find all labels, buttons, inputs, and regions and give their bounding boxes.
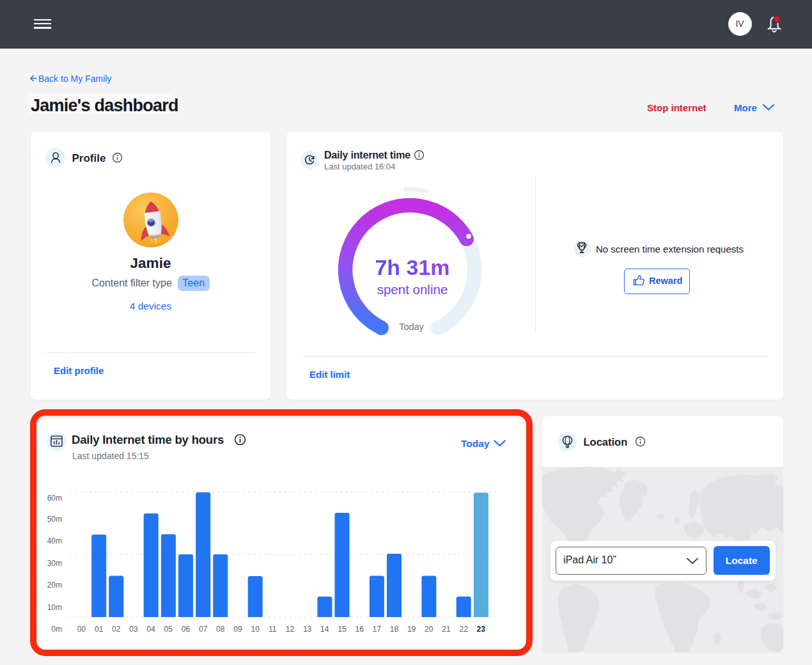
svg-text:50m: 50m [47, 515, 62, 524]
svg-text:13: 13 [303, 625, 312, 634]
svg-text:08: 08 [216, 625, 225, 634]
svg-text:10m: 10m [47, 603, 62, 612]
svg-text:04: 04 [147, 625, 156, 634]
svg-text:11: 11 [269, 625, 277, 634]
svg-text:0m: 0m [51, 625, 62, 634]
svg-text:01: 01 [95, 625, 104, 634]
svg-text:17: 17 [373, 625, 382, 634]
svg-text:20m: 20m [47, 581, 62, 590]
svg-text:12: 12 [286, 625, 295, 634]
svg-text:60m: 60m [47, 494, 62, 503]
svg-text:05: 05 [164, 625, 173, 634]
svg-text:18: 18 [390, 625, 399, 634]
svg-text:03: 03 [129, 625, 138, 634]
svg-text:30m: 30m [47, 559, 62, 568]
svg-text:07: 07 [199, 625, 208, 634]
svg-text:19: 19 [407, 625, 416, 634]
svg-text:14: 14 [320, 625, 329, 634]
svg-text:16: 16 [355, 625, 364, 634]
svg-text:23: 23 [477, 625, 486, 634]
svg-text:06: 06 [182, 625, 191, 634]
svg-text:02: 02 [112, 625, 121, 634]
svg-text:09: 09 [233, 625, 242, 634]
svg-text:21: 21 [442, 625, 451, 634]
svg-text:10: 10 [251, 625, 260, 634]
svg-text:40m: 40m [47, 536, 62, 545]
svg-text:22: 22 [460, 625, 469, 634]
svg-text:00: 00 [77, 625, 86, 634]
svg-text:15: 15 [338, 625, 347, 634]
svg-text:20: 20 [425, 625, 433, 634]
